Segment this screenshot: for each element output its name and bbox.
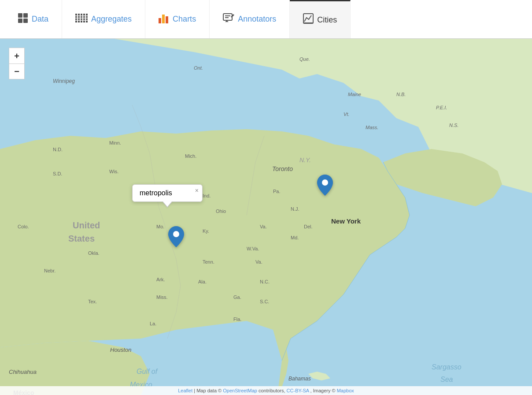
svg-text:N.D.: N.D. <box>53 147 63 152</box>
svg-point-73 <box>322 179 328 186</box>
svg-text:Winnipeg: Winnipeg <box>53 78 75 84</box>
svg-text:Mass.: Mass. <box>366 125 378 130</box>
svg-text:Tex.: Tex. <box>88 299 97 304</box>
navigation: Data Aggregates Charts <box>0 0 532 39</box>
svg-rect-14 <box>166 16 168 23</box>
imagery-text: , Imagery © <box>310 388 336 393</box>
svg-text:Sargasso: Sargasso <box>432 363 462 371</box>
nav-charts-label: Charts <box>173 15 196 24</box>
nav-aggregates-label: Aggregates <box>91 15 132 24</box>
svg-text:Chihuahua: Chihuahua <box>9 369 37 375</box>
svg-text:Miss.: Miss. <box>156 294 168 300</box>
mapdata-text: | Map data © <box>194 388 222 393</box>
svg-text:Houston: Houston <box>110 347 131 353</box>
nav-charts[interactable]: Charts <box>145 0 210 38</box>
svg-text:Fla.: Fla. <box>233 317 241 322</box>
svg-text:Sea: Sea <box>440 376 453 383</box>
svg-text:N.Y.: N.Y. <box>299 157 311 164</box>
cities-icon <box>303 13 314 26</box>
svg-text:N.J.: N.J. <box>291 206 299 212</box>
svg-rect-3 <box>23 19 28 23</box>
svg-rect-2 <box>18 19 22 23</box>
annotators-icon <box>223 13 234 26</box>
aggregates-icon <box>75 13 88 26</box>
charts-icon <box>159 13 169 26</box>
svg-text:N.B.: N.B. <box>396 92 406 97</box>
svg-text:Ohio: Ohio <box>216 209 226 214</box>
nav-data-label: Data <box>32 15 48 24</box>
map-controls: + − <box>9 48 25 79</box>
svg-text:Toronto: Toronto <box>272 165 293 172</box>
svg-text:Gulf of: Gulf of <box>137 368 158 375</box>
nav-annotators-label: Annotators <box>238 15 276 24</box>
svg-rect-15 <box>223 14 232 20</box>
svg-text:Del.: Del. <box>304 224 313 229</box>
nav-aggregates[interactable]: Aggregates <box>62 0 145 38</box>
leaflet-link[interactable]: Leaflet <box>178 388 192 393</box>
svg-text:La.: La. <box>150 321 156 326</box>
svg-text:Va.: Va. <box>255 259 262 265</box>
svg-text:Ky.: Ky. <box>203 228 209 234</box>
nav-data[interactable]: Data <box>4 0 62 38</box>
svg-text:W.Va.: W.Va. <box>247 246 259 251</box>
nav-cities-label: Cities <box>317 15 337 25</box>
svg-text:Va.: Va. <box>260 224 267 229</box>
svg-text:Ind.: Ind. <box>203 193 211 198</box>
metropolis-popup: metropolis × <box>132 184 203 202</box>
svg-text:Maine: Maine <box>348 92 361 97</box>
svg-text:Mo.: Mo. <box>156 224 164 229</box>
svg-text:United: United <box>73 220 100 230</box>
svg-rect-0 <box>18 13 22 18</box>
osm-link[interactable]: OpenStreetMap <box>223 388 257 393</box>
svg-text:P.E.I.: P.E.I. <box>436 105 447 110</box>
map-background: N.D. S.D. Minn. Wis. Mich. Iowa Ind. Ohi… <box>0 39 532 395</box>
map-container[interactable]: N.D. S.D. Minn. Wis. Mich. Iowa Ind. Ohi… <box>0 39 532 395</box>
svg-text:Pa.: Pa. <box>273 189 281 194</box>
zoom-in-button[interactable]: + <box>9 48 25 63</box>
svg-text:N.C.: N.C. <box>260 279 270 284</box>
map-attribution: Leaflet | Map data © OpenStreetMap contr… <box>0 386 532 395</box>
mapbox-link[interactable]: Mapbox <box>337 388 354 393</box>
popup-text: metropolis <box>140 189 172 197</box>
nav-cities[interactable]: Cities <box>290 0 351 38</box>
svg-rect-12 <box>159 18 161 23</box>
popup-close-button[interactable]: × <box>195 187 199 194</box>
contributors-text: contributors, <box>259 388 285 393</box>
newyork-pin[interactable] <box>317 175 333 198</box>
svg-text:Minn.: Minn. <box>109 140 121 145</box>
svg-text:Ont.: Ont. <box>194 65 203 71</box>
metropolis-pin[interactable] <box>168 226 184 249</box>
svg-text:Ga.: Ga. <box>233 294 241 300</box>
nav-annotators[interactable]: Annotators <box>210 0 290 38</box>
svg-text:N.S.: N.S. <box>449 123 458 128</box>
svg-rect-13 <box>162 15 165 23</box>
svg-text:Wis.: Wis. <box>109 169 118 174</box>
svg-text:Tenn.: Tenn. <box>203 259 214 265</box>
svg-text:Vt.: Vt. <box>344 112 349 117</box>
ccbysa-link[interactable]: CC-BY-SA <box>287 388 309 393</box>
data-icon <box>18 13 28 26</box>
svg-rect-1 <box>23 13 28 18</box>
svg-text:Que.: Que. <box>299 56 310 62</box>
svg-text:States: States <box>68 234 95 243</box>
svg-text:S.C.: S.C. <box>260 299 269 304</box>
zoom-out-button[interactable]: − <box>9 63 25 79</box>
svg-text:Ala.: Ala. <box>198 279 207 284</box>
svg-text:Nebr.: Nebr. <box>44 268 55 273</box>
svg-text:Md.: Md. <box>291 235 299 240</box>
svg-text:Colo.: Colo. <box>18 224 29 229</box>
newyork-label: New York <box>331 217 361 225</box>
svg-point-72 <box>173 231 179 237</box>
svg-text:Okla.: Okla. <box>88 250 100 256</box>
svg-text:Ark.: Ark. <box>156 277 165 282</box>
svg-text:S.D.: S.D. <box>53 171 62 176</box>
svg-text:Bahamas: Bahamas <box>288 376 311 382</box>
svg-text:Mich.: Mich. <box>185 153 196 159</box>
